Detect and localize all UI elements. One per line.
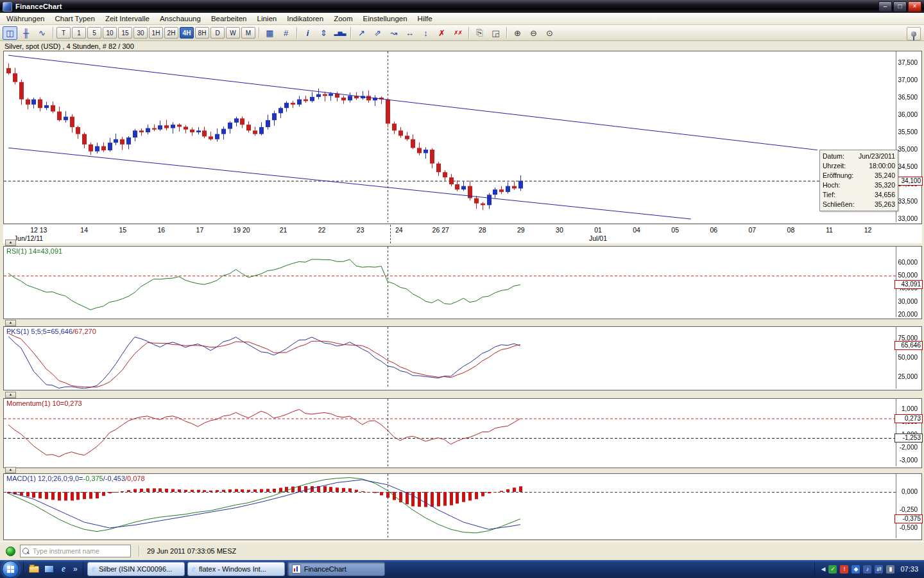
rsi-header-text: RSI(1) 14=43,091	[6, 247, 62, 255]
statusbar-separator	[139, 545, 139, 557]
menu-indikatoren[interactable]: Indikatoren	[282, 13, 329, 24]
tray-chevron-icon[interactable]: ◀	[821, 566, 826, 572]
print-icon[interactable]: ⎘	[472, 26, 487, 40]
task-buttons: eSilber (ISIN XC00096...eflatex - Window…	[87, 562, 814, 576]
network-icon[interactable]: ⇄	[875, 565, 883, 574]
tooltip-row: Tief:34,656	[820, 190, 898, 200]
x-tick-label: 05	[671, 226, 679, 234]
menu-w-hrungen[interactable]: Währungen	[1, 13, 49, 24]
menu-bearbeiten[interactable]: Bearbeiten	[206, 13, 252, 24]
panel-splitter[interactable]: ▲	[5, 320, 16, 326]
delete-all-lines-icon[interactable]: ✗✗	[450, 26, 465, 40]
x-tick-label: 12	[864, 226, 872, 234]
tooltip-row: Hoch:35,320	[820, 180, 898, 190]
zoom-in-icon[interactable]: ⊕	[510, 26, 525, 40]
chart-title: Silver, spot (USD) , 4 Stunden, # 82 / 3…	[4, 42, 134, 50]
momentum-canvas[interactable]	[4, 399, 920, 466]
rsi-value-label: 43,091	[894, 280, 923, 289]
volume-histogram-icon[interactable]: ▂▅▃	[332, 26, 347, 40]
timeframe-15[interactable]: 15	[118, 27, 132, 39]
horizontal-line-icon[interactable]: ↔	[402, 26, 417, 40]
menu-anschauung[interactable]: Anschauung	[155, 13, 206, 24]
taskbar: e» eSilber (ISIN XC00096...eflatex - Win…	[0, 560, 924, 578]
taskbar-button-silber-isin-xc00096-[interactable]: eSilber (ISIN XC00096...	[87, 562, 185, 576]
pks-canvas[interactable]	[4, 327, 920, 389]
menu-einstellungen[interactable]: Einstellungen	[358, 13, 413, 24]
rsi-canvas[interactable]	[4, 247, 920, 317]
zoom-out-icon[interactable]: ⊖	[526, 26, 541, 40]
toolbar-separator	[506, 27, 507, 39]
timeframe-8h[interactable]: 8H	[195, 27, 209, 39]
grid-icon[interactable]: ▦	[262, 26, 277, 40]
timeframe-1h[interactable]: 1H	[149, 27, 163, 39]
macd-header-text: MACD(1) 12,0;26,0;9,0=	[6, 475, 83, 482]
tooltip-label: Schließen:	[823, 200, 855, 209]
timeframe-2h[interactable]: 2H	[164, 27, 178, 39]
tooltip-label: Eröffnung:	[823, 171, 853, 180]
timeframe-d[interactable]: D	[210, 27, 225, 39]
instrument-search-input[interactable]	[31, 547, 128, 556]
menu-linien[interactable]: Linien	[252, 13, 282, 24]
trendline-icon[interactable]: ↗	[354, 26, 369, 40]
candlestick-chart-icon[interactable]: ◫	[3, 26, 17, 40]
zoom-reset-icon[interactable]: ⊙	[542, 26, 557, 40]
quicklaunch-overflow-chevron[interactable]: »	[73, 565, 78, 574]
trendline-ray-icon[interactable]: ⇗	[370, 26, 385, 40]
delete-line-icon[interactable]: ✗	[434, 26, 449, 40]
x-tick-label: 26 27	[432, 226, 449, 234]
x-tick-label: 07	[749, 226, 757, 234]
main-chart-canvas[interactable]	[4, 51, 920, 222]
taskbar-button-financechart[interactable]: FinanceChart	[287, 562, 385, 576]
ohlc-chart-icon[interactable]: ╫	[19, 26, 33, 40]
trendline-segment-icon[interactable]: ↝	[386, 26, 401, 40]
menu-hilfe[interactable]: Hilfe	[413, 13, 438, 24]
timeframe-1[interactable]: 1	[72, 27, 86, 39]
panel-splitter[interactable]: ▲	[5, 392, 16, 398]
menu-zoom[interactable]: Zoom	[329, 13, 357, 24]
ie-icon: e	[92, 564, 96, 574]
timeframe-10[interactable]: 10	[103, 27, 117, 39]
hash-icon[interactable]: #	[278, 26, 293, 40]
menu-zeit-intervalle[interactable]: Zeit Intervalle	[100, 13, 155, 24]
updates-icon[interactable]: ◆	[851, 565, 860, 574]
start-button[interactable]	[2, 561, 19, 578]
quicklaunch-ie-icon[interactable]: e	[58, 564, 69, 574]
vertical-line-icon[interactable]: ↕	[418, 26, 433, 40]
taskbar-button-flatex-windows-int-[interactable]: eflatex - Windows Int...	[187, 562, 285, 576]
quicklaunch-folder-icon[interactable]	[29, 564, 39, 574]
macd-header: MACD(1) 12,0;26,0;9,0=-0,375/-0,453/0,07…	[6, 475, 145, 482]
menu-chart-typen[interactable]: Chart Typen	[49, 13, 99, 24]
quick-launch: e»	[23, 562, 83, 576]
macd-canvas[interactable]	[4, 474, 920, 538]
alert-icon[interactable]: !	[840, 565, 848, 574]
timeframe-w[interactable]: W	[226, 27, 240, 39]
timeframe-m[interactable]: M	[241, 27, 255, 39]
system-tray: ◀✓!◆♪⇄▮07:33	[814, 562, 924, 576]
timeframe-5[interactable]: 5	[87, 27, 101, 39]
macd-header-text: /0,078	[125, 475, 145, 482]
axis-scale-icon[interactable]: ⇕	[316, 26, 331, 40]
print-preview-icon[interactable]: ◲	[488, 26, 503, 40]
panel-splitter[interactable]: ▲	[5, 240, 16, 246]
x-tick-label: 11	[826, 226, 833, 234]
x-tick-label: 28	[479, 226, 486, 234]
timeframe-t[interactable]: T	[56, 27, 71, 39]
window-title: FinanceChart	[15, 3, 62, 10]
minimize-button[interactable]: –	[878, 1, 892, 12]
timeframe-30[interactable]: 30	[133, 27, 148, 39]
x-axis: 12 131415161719 202122232426 27282930010…	[3, 225, 922, 243]
financechart-icon	[292, 565, 301, 574]
timeframe-4h[interactable]: 4H	[180, 27, 194, 39]
volume-icon[interactable]: ♪	[863, 565, 871, 574]
maximize-button[interactable]: □	[893, 1, 907, 12]
line-chart-icon[interactable]: ∿	[35, 26, 49, 40]
info-icon[interactable]: i	[300, 26, 315, 40]
pin-icon[interactable]	[907, 27, 921, 40]
taskbar-button-label: Silber (ISIN XC00096...	[99, 565, 172, 573]
security-icon[interactable]: ✓	[828, 565, 837, 574]
device-icon[interactable]: ▮	[886, 565, 894, 574]
toolbar-separator	[296, 27, 297, 39]
quicklaunch-desktop-icon[interactable]	[44, 564, 54, 574]
close-button[interactable]: ×	[908, 1, 921, 12]
panel-splitter[interactable]: ▲	[5, 467, 16, 473]
